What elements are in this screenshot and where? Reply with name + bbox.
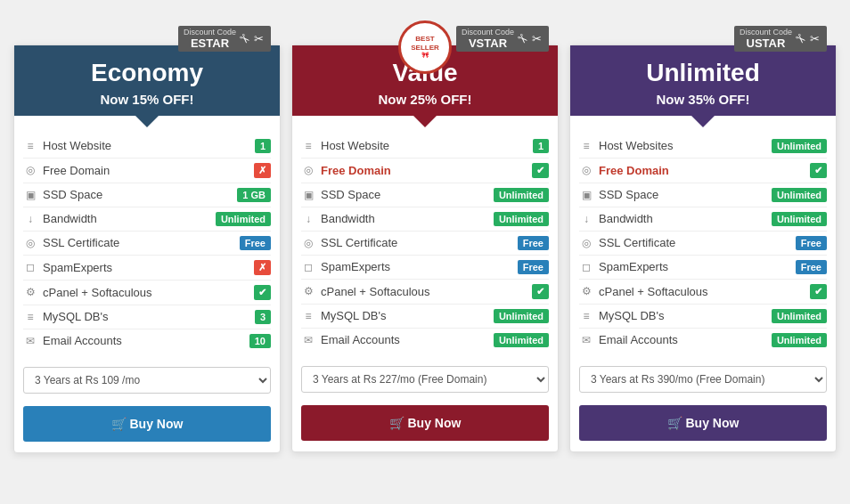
feature-row: ↓BandwidthUnlimited — [579, 207, 827, 232]
plan-card-economy: Discount CodeESTAR✂EconomyNow 15% OFF!≡H… — [13, 45, 281, 453]
feature-icon-5: ◻ — [579, 261, 593, 273]
header-arrow-economy — [135, 115, 159, 127]
buy-now-button-unlimited[interactable]: 🛒 Buy Now — [579, 405, 827, 441]
plan-discount-value: Now 25% OFF! — [301, 92, 549, 107]
feature-name-5: SpamExperts — [599, 260, 668, 273]
feature-badge-3: Unlimited — [216, 212, 271, 226]
feature-left: ◻SpamExperts — [23, 261, 112, 274]
feature-row: ◻SpamExperts✗ — [23, 256, 271, 280]
feature-row: ◎Free Domain✔ — [301, 159, 549, 183]
feature-left: ≡Host Website — [23, 139, 111, 152]
plan-dropdown-unlimited[interactable]: 3 Years at Rs 390/mo (Free Domain) — [579, 366, 827, 393]
feature-badge-2: Unlimited — [772, 188, 827, 202]
feature-badge-7: Unlimited — [772, 309, 827, 323]
feature-name-8: Email Accounts — [321, 333, 400, 346]
feature-icon-5: ◻ — [23, 261, 37, 273]
feature-row: ↓BandwidthUnlimited — [301, 207, 549, 232]
feature-row: ▣SSD SpaceUnlimited — [301, 183, 549, 207]
feature-badge-1: ✔ — [810, 163, 827, 178]
feature-left: ◎Free Domain — [579, 164, 669, 177]
feature-row: ≡MySQL DB's3 — [23, 305, 271, 329]
plan-header-economy: EconomyNow 15% OFF! — [14, 45, 280, 116]
feature-row: ≡Host Website1 — [23, 134, 271, 159]
header-arrow-unlimited — [691, 115, 715, 127]
best-seller-badge: BESTSELLER 🎀 — [398, 20, 452, 74]
feature-icon-6: ⚙ — [301, 285, 315, 297]
feature-left: ◎SSL Certificate — [301, 236, 397, 249]
feature-badge-4: Free — [240, 236, 271, 250]
feature-row: ≡Host WebsitesUnlimited — [579, 134, 827, 159]
feature-row: ▣SSD SpaceUnlimited — [579, 183, 827, 207]
discount-code-economy: ESTAR — [191, 37, 229, 50]
plan-features-economy: ≡Host Website1◎Free Domain✗▣SSD Space1 G… — [14, 127, 280, 360]
feature-left: ⚙cPanel + Softaculous — [23, 286, 152, 299]
feature-left: ▣SSD Space — [301, 188, 380, 201]
feature-name-4: SSL Certificate — [321, 236, 397, 249]
discount-code-label: Discount Code — [184, 28, 236, 37]
discount-code-value: VSTAR — [469, 37, 507, 50]
feature-name-1: Free Domain — [43, 164, 110, 177]
buy-now-button-value[interactable]: 🛒 Buy Now — [301, 405, 549, 441]
feature-badge-1: ✔ — [532, 163, 549, 178]
scissors-icon: ✂ — [514, 30, 532, 48]
feature-badge-7: Unlimited — [494, 309, 549, 323]
feature-left: ≡MySQL DB's — [23, 310, 109, 323]
plan-dropdown-value[interactable]: 3 Years at Rs 227/mo (Free Domain) — [301, 366, 549, 393]
feature-icon-4: ◎ — [579, 237, 593, 249]
feature-left: ✉Email Accounts — [579, 333, 678, 346]
feature-left: ◻SpamExperts — [579, 260, 668, 273]
best-seller-ribbon: 🎀 — [421, 52, 429, 59]
plan-dropdown-economy[interactable]: 3 Years at Rs 109 /mo — [23, 367, 271, 394]
feature-name-3: Bandwidth — [599, 212, 653, 225]
feature-badge-5: Free — [518, 260, 549, 274]
feature-icon-5: ◻ — [301, 261, 315, 273]
feature-icon-4: ◎ — [301, 237, 315, 249]
feature-name-5: SpamExperts — [321, 260, 390, 273]
feature-icon-3: ↓ — [23, 213, 37, 225]
feature-row: ↓BandwidthUnlimited — [23, 207, 271, 232]
feature-badge-1: ✗ — [254, 163, 271, 178]
plan-dropdown-wrap-economy: 3 Years at Rs 109 /mo — [14, 360, 280, 401]
plan-card-unlimited: Discount CodeUSTAR✂UnlimitedNow 35% OFF!… — [569, 45, 837, 452]
feature-icon-2: ▣ — [23, 189, 37, 201]
feature-badge-0: 1 — [255, 139, 271, 153]
feature-icon-3: ↓ — [301, 213, 315, 225]
feature-icon-0: ≡ — [23, 140, 37, 152]
feature-name-6: cPanel + Softaculous — [321, 285, 430, 298]
feature-left: ≡MySQL DB's — [579, 309, 665, 322]
plan-discount-economy: Now 15% OFF! — [23, 92, 271, 107]
feature-row: ≡MySQL DB'sUnlimited — [301, 305, 549, 329]
plan-dropdown-wrap-value: 3 Years at Rs 227/mo (Free Domain) — [292, 359, 558, 400]
feature-icon-4: ◎ — [23, 237, 37, 249]
feature-row: ✉Email AccountsUnlimited — [301, 329, 549, 352]
feature-row: ▣SSD Space1 GB — [23, 183, 271, 207]
feature-icon-8: ✉ — [301, 334, 315, 346]
feature-left: ↓Bandwidth — [23, 212, 97, 225]
feature-badge-8: 10 — [249, 334, 271, 348]
feature-icon-3: ↓ — [579, 213, 593, 225]
feature-row: ✉Email AccountsUnlimited — [579, 329, 827, 352]
feature-name-0: Host Website — [43, 139, 111, 152]
feature-icon-1: ◎ — [23, 164, 37, 176]
feature-left: ≡Host Websites — [579, 139, 674, 152]
feature-name-5: SpamExperts — [43, 261, 112, 274]
header-arrow-value — [413, 115, 437, 127]
plan-dropdown-wrap-unlimited: 3 Years at Rs 390/mo (Free Domain) — [570, 359, 836, 400]
feature-left: ✉Email Accounts — [23, 334, 122, 347]
feature-left: ↓Bandwidth — [579, 212, 653, 225]
discount-code-label: Discount Code — [462, 28, 514, 37]
feature-icon-0: ≡ — [301, 140, 315, 152]
feature-name-2: SSD Space — [321, 188, 380, 201]
feature-icon-7: ≡ — [301, 310, 315, 322]
feature-name-3: Bandwidth — [43, 212, 97, 225]
best-seller-circle: BESTSELLER 🎀 — [398, 20, 452, 74]
feature-badge-6: ✔ — [810, 284, 827, 299]
buy-now-button-economy[interactable]: 🛒 Buy Now — [23, 406, 271, 442]
feature-icon-8: ✉ — [23, 335, 37, 347]
feature-name-6: cPanel + Softaculous — [599, 285, 708, 298]
feature-name-0: Host Websites — [599, 139, 674, 152]
feature-left: ◎SSL Certificate — [579, 236, 675, 249]
feature-name-1: Free Domain — [321, 164, 391, 177]
feature-icon-2: ▣ — [579, 189, 593, 201]
feature-row: ◎SSL CertificateFree — [23, 232, 271, 256]
